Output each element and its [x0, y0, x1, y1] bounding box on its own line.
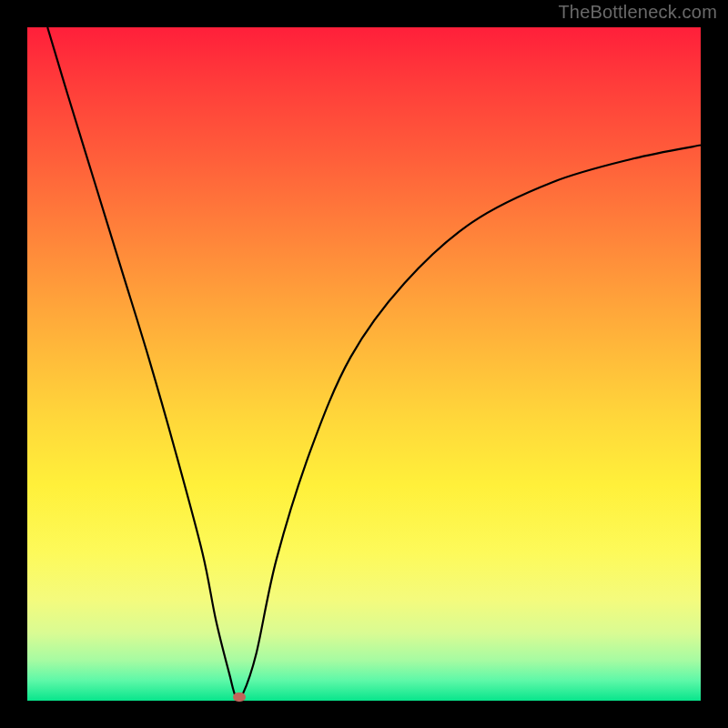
curve-path: [47, 27, 701, 700]
minimum-marker: [233, 693, 246, 702]
chart-stage: TheBottleneck.com: [0, 0, 728, 728]
plot-area: [27, 27, 701, 701]
bottleneck-curve: [27, 27, 701, 701]
attribution-text: TheBottleneck.com: [558, 2, 717, 23]
